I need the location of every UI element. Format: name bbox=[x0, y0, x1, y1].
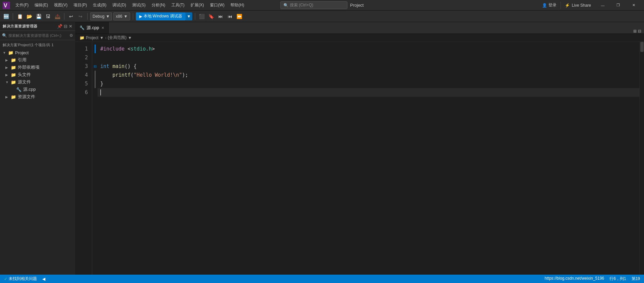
play-icon: ▶ bbox=[139, 14, 142, 19]
live-share-icon: ⚡ bbox=[565, 3, 570, 8]
run-button[interactable]: ▶ 本地 Windows 调试器 bbox=[136, 12, 185, 20]
login-label: 登录 bbox=[548, 2, 556, 8]
line-num-1: 1 bbox=[75, 45, 88, 53]
separator-3 bbox=[87, 13, 88, 20]
ext-deps-arrow-icon: ▶ bbox=[5, 66, 11, 69]
status-ok-item[interactable]: ✓ 未找到相关问题 bbox=[4, 276, 37, 282]
menu-help[interactable]: 帮助(H) bbox=[228, 1, 247, 9]
save-all-btn[interactable]: 🖫 bbox=[44, 12, 52, 20]
run-dropdown-button[interactable]: ▼ bbox=[185, 12, 192, 20]
restore-button[interactable]: ❐ bbox=[610, 0, 626, 11]
live-share-button[interactable]: ⚡ Live Share bbox=[560, 2, 595, 9]
code-line-6[interactable] bbox=[98, 88, 639, 97]
tree-item-project[interactable]: ▼ 📁 Project bbox=[0, 49, 75, 56]
tree-item-resources[interactable]: ▶ 📁 资源文件 bbox=[0, 93, 75, 100]
code-editor[interactable]: 1 2 3 4 5 6 ⊟ bbox=[75, 42, 644, 275]
kw-int: int bbox=[100, 62, 112, 71]
tree-item-ext-deps[interactable]: ▶ 📁 外部依赖项 bbox=[0, 64, 75, 71]
breadcrumb-scope[interactable]: (全局范围) ▼ bbox=[108, 35, 132, 41]
minimize-button[interactable]: — bbox=[595, 0, 610, 11]
menu-edit[interactable]: 编辑(E) bbox=[32, 1, 51, 9]
step3-btn[interactable]: ⏩ bbox=[235, 12, 244, 20]
sidebar-search-input[interactable] bbox=[8, 33, 68, 38]
toolbar: 🆕 📋 📂 💾 🖫 📤 ↩ ↪ Debug ▼ x86 ▼ ▶ 本地 Windo… bbox=[0, 11, 644, 22]
line-num-4: 4 bbox=[75, 71, 88, 79]
menu-view[interactable]: 视图(V) bbox=[51, 1, 70, 9]
platform-dropdown[interactable]: x86 ▼ bbox=[113, 12, 130, 20]
tab-pin-icon[interactable]: ⊟ bbox=[638, 29, 641, 33]
tab-source-cpp[interactable]: 🔧 源.cpp ✕ bbox=[75, 22, 109, 33]
code-line-1: #include <stdio.h> bbox=[98, 45, 639, 53]
breadcrumb-scope-dropdown-icon: ▼ bbox=[128, 36, 132, 40]
tab-expand-icon[interactable]: ⊞ bbox=[633, 29, 637, 33]
punct-open-paren: ( bbox=[130, 71, 133, 79]
tree-item-sources[interactable]: ▼ 📁 源文件 bbox=[0, 78, 75, 86]
menu-extensions[interactable]: 扩展(X) bbox=[188, 1, 207, 9]
redo-btn[interactable]: ↪ bbox=[76, 12, 85, 20]
status-scroll-left[interactable]: ◀ bbox=[42, 277, 45, 281]
code-content[interactable]: #include <stdio.h> int main() { printf("… bbox=[98, 42, 639, 275]
punct-close-paren: ); bbox=[182, 71, 188, 79]
search-box[interactable]: 🔍 搜索 (Ctrl+Q) bbox=[280, 1, 347, 9]
open-btn[interactable]: 📂 bbox=[25, 12, 33, 20]
step2-btn[interactable]: ⏮ bbox=[226, 12, 234, 20]
status-right: https://blog.csdn.net/weixin_5196 行6，列1 … bbox=[545, 276, 640, 282]
search-placeholder: 搜索 (Ctrl+Q) bbox=[290, 2, 313, 8]
config-arrow-icon: ▼ bbox=[106, 14, 110, 19]
scroll-thumb[interactable] bbox=[640, 42, 644, 52]
sidebar-search-icon: 🔍 bbox=[2, 33, 7, 38]
sidebar-search-bar[interactable]: 🔍 ⚙ bbox=[0, 31, 75, 40]
bookmark-btn[interactable]: 🔖 bbox=[207, 12, 215, 20]
gutter-1 bbox=[92, 45, 98, 53]
live-share-label: Live Share bbox=[572, 3, 591, 8]
pin-icon[interactable]: 📌 bbox=[57, 24, 62, 29]
menu-build[interactable]: 生成(B) bbox=[90, 1, 109, 9]
save-btn[interactable]: 💾 bbox=[35, 12, 43, 20]
menu-debug[interactable]: 调试(D) bbox=[110, 1, 129, 9]
indent-spaces bbox=[100, 71, 112, 79]
include-keyword: #include bbox=[100, 45, 127, 53]
tree-item-refs[interactable]: ▶ 📁 引用 bbox=[0, 56, 75, 64]
run-btn-group: ▶ 本地 Windows 调试器 ▼ bbox=[136, 12, 192, 20]
gutter-6 bbox=[92, 88, 98, 97]
gutter-3[interactable]: ⊟ bbox=[92, 62, 98, 71]
sidebar-close-icon[interactable]: ✕ bbox=[69, 24, 72, 29]
tab-close-icon[interactable]: ✕ bbox=[101, 26, 104, 30]
menu-bar: 文件(F) 编辑(E) 视图(V) 项目(P) 生成(B) 调试(D) 测试(S… bbox=[13, 1, 538, 9]
tree-item-headers[interactable]: ▶ 📁 头文件 bbox=[0, 71, 75, 78]
breadcrumb-project[interactable]: 📁 Project ▼ bbox=[79, 36, 104, 40]
tree-item-source-cpp[interactable]: 🔧 源.cpp bbox=[0, 86, 75, 93]
vs-logo: V bbox=[3, 2, 10, 9]
status-info: 第19 bbox=[632, 276, 640, 282]
line-numbers: 1 2 3 4 5 6 bbox=[75, 42, 92, 275]
separator-1 bbox=[13, 13, 13, 20]
line-num-3: 3 bbox=[75, 62, 88, 71]
punct-paren: () { bbox=[124, 62, 137, 71]
editor-scrollbar[interactable] bbox=[639, 42, 644, 275]
refs-folder-icon: 📁 bbox=[11, 58, 17, 63]
collapse-icon[interactable]: ⊟ bbox=[64, 24, 67, 29]
menu-tools[interactable]: 工具(T) bbox=[169, 1, 187, 9]
step-btn[interactable]: ⏭ bbox=[217, 12, 225, 20]
tab-file-icon: 🔧 bbox=[79, 25, 85, 30]
login-button[interactable]: 👤 登录 bbox=[538, 1, 560, 9]
line-num-2: 2 bbox=[75, 53, 88, 62]
search-settings-icon[interactable]: ⚙ bbox=[69, 33, 73, 38]
new-project-btn[interactable]: 🆕 bbox=[2, 12, 10, 20]
collapse-icon-3[interactable]: ⊟ bbox=[94, 64, 97, 69]
close-button[interactable]: ✕ bbox=[626, 0, 641, 11]
config-dropdown[interactable]: Debug ▼ bbox=[90, 12, 112, 20]
publish-btn[interactable]: 📤 bbox=[53, 12, 61, 20]
add-item-btn[interactable]: 📋 bbox=[16, 12, 24, 20]
menu-project[interactable]: 项目(P) bbox=[71, 1, 90, 9]
menu-analyze[interactable]: 分析(N) bbox=[149, 1, 168, 9]
headers-arrow-icon: ▶ bbox=[5, 73, 11, 77]
ext-deps-label: 外部依赖项 bbox=[18, 64, 40, 70]
sidebar-actions: 📌 ⊟ ✕ bbox=[57, 24, 72, 29]
breakpoint-btn[interactable]: ⬛ bbox=[198, 12, 206, 20]
menu-file[interactable]: 文件(F) bbox=[13, 1, 31, 9]
resources-label: 资源文件 bbox=[18, 94, 35, 100]
menu-test[interactable]: 测试(S) bbox=[129, 1, 148, 9]
undo-btn[interactable]: ↩ bbox=[67, 12, 75, 20]
menu-window[interactable]: 窗口(W) bbox=[207, 1, 227, 9]
